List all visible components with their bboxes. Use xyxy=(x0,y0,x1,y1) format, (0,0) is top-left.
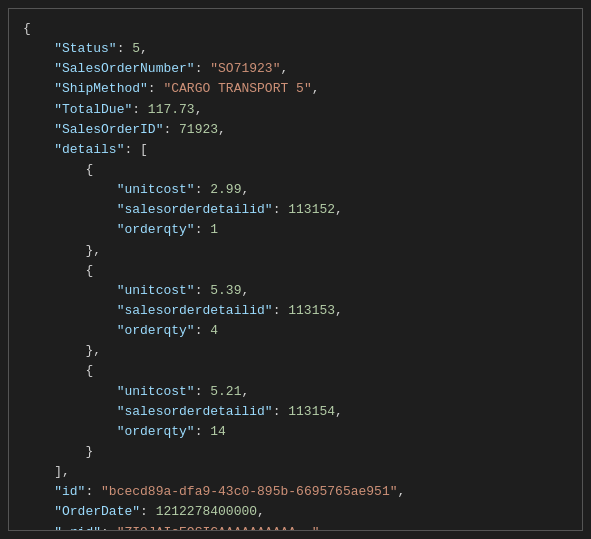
json-punct: : xyxy=(117,41,133,56)
json-punct: , xyxy=(312,81,320,96)
json-punct: : xyxy=(273,303,289,318)
json-line: "SalesOrderNumber": "SO71923", xyxy=(23,59,568,79)
json-line: ], xyxy=(23,462,568,482)
json-punct: , xyxy=(241,283,249,298)
json-punct: , xyxy=(398,484,406,499)
json-punct: : xyxy=(195,222,211,237)
json-key: "OrderDate" xyxy=(54,504,140,519)
json-punct: : xyxy=(195,182,211,197)
json-punct: : xyxy=(195,424,211,439)
json-brace: { xyxy=(23,21,31,36)
json-string-value: "CARGO TRANSPORT 5" xyxy=(163,81,311,96)
json-key: "unitcost" xyxy=(117,283,195,298)
json-punct: : xyxy=(195,283,211,298)
json-key: "unitcost" xyxy=(117,384,195,399)
json-line: { xyxy=(23,261,568,281)
json-line: "orderqty": 14 xyxy=(23,422,568,442)
json-line: } xyxy=(23,442,568,462)
json-line: { xyxy=(23,361,568,381)
json-number-value: 1212278400000 xyxy=(156,504,257,519)
json-line: { xyxy=(23,19,568,39)
json-number-value: 1 xyxy=(210,222,218,237)
json-punct: : xyxy=(273,404,289,419)
json-key: "unitcost" xyxy=(117,182,195,197)
json-punct: , xyxy=(335,404,343,419)
json-key: "orderqty" xyxy=(117,323,195,338)
json-number-value: 4 xyxy=(210,323,218,338)
json-punct: : xyxy=(163,122,179,137)
json-punct: , xyxy=(195,102,203,117)
json-line: "id": "bcecd89a-dfa9-43c0-895b-6695765ae… xyxy=(23,482,568,502)
json-punct: : xyxy=(195,384,211,399)
json-number-value: 2.99 xyxy=(210,182,241,197)
json-viewer[interactable]: { "Status": 5, "SalesOrderNumber": "SO71… xyxy=(8,8,583,531)
json-key: "orderqty" xyxy=(117,424,195,439)
json-key: "Status" xyxy=(54,41,116,56)
json-punct: : xyxy=(195,323,211,338)
json-line: "_rid": "ZI9JAIcEOSICAAAAAAAAAA==", xyxy=(23,523,568,531)
json-number-value: 5.39 xyxy=(210,283,241,298)
json-punct: ], xyxy=(54,464,70,479)
json-key: "salesorderdetailid" xyxy=(117,404,273,419)
json-line: { xyxy=(23,160,568,180)
json-line: "orderqty": 4 xyxy=(23,321,568,341)
json-line: "ShipMethod": "CARGO TRANSPORT 5", xyxy=(23,79,568,99)
json-line: }, xyxy=(23,241,568,261)
json-line: "SalesOrderID": 71923, xyxy=(23,120,568,140)
json-key: "salesorderdetailid" xyxy=(117,202,273,217)
json-line: "OrderDate": 1212278400000, xyxy=(23,502,568,522)
json-punct: , xyxy=(218,122,226,137)
json-punct: , xyxy=(319,525,327,531)
json-line: "details": [ xyxy=(23,140,568,160)
json-string-value: "ZI9JAIcEOSICAAAAAAAAAA==" xyxy=(117,525,320,531)
json-brace: { xyxy=(85,363,93,378)
json-number-value: 113152 xyxy=(288,202,335,217)
json-key: "salesorderdetailid" xyxy=(117,303,273,318)
json-key: "id" xyxy=(54,484,85,499)
json-number-value: 5.21 xyxy=(210,384,241,399)
json-number-value: 5 xyxy=(132,41,140,56)
json-key: "SalesOrderID" xyxy=(54,122,163,137)
json-number-value: 113154 xyxy=(288,404,335,419)
json-key: "details" xyxy=(54,142,124,157)
json-punct: : xyxy=(85,484,101,499)
json-number-value: 117.73 xyxy=(148,102,195,117)
json-line: }, xyxy=(23,341,568,361)
json-key: "ShipMethod" xyxy=(54,81,148,96)
json-brace: { xyxy=(85,162,93,177)
json-line: "unitcost": 5.21, xyxy=(23,382,568,402)
json-punct: : xyxy=(148,81,164,96)
json-line: "orderqty": 1 xyxy=(23,220,568,240)
json-punct: , xyxy=(257,504,265,519)
json-line: "TotalDue": 117.73, xyxy=(23,100,568,120)
json-key: "TotalDue" xyxy=(54,102,132,117)
json-punct: , xyxy=(241,384,249,399)
json-punct: : xyxy=(195,61,211,76)
json-punct: , xyxy=(280,61,288,76)
json-key: "_rid" xyxy=(54,525,101,531)
json-punct: : xyxy=(101,525,117,531)
json-number-value: 14 xyxy=(210,424,226,439)
json-punct: : xyxy=(140,504,156,519)
json-line: "unitcost": 5.39, xyxy=(23,281,568,301)
json-brace: { xyxy=(85,263,93,278)
json-punct: , xyxy=(140,41,148,56)
json-line: "salesorderdetailid": 113152, xyxy=(23,200,568,220)
json-punct: : [ xyxy=(124,142,147,157)
json-line: "unitcost": 2.99, xyxy=(23,180,568,200)
json-punct: , xyxy=(335,202,343,217)
json-punct: : xyxy=(273,202,289,217)
json-punct: , xyxy=(241,182,249,197)
json-key: "orderqty" xyxy=(117,222,195,237)
json-brace: }, xyxy=(85,343,101,358)
json-key: "SalesOrderNumber" xyxy=(54,61,194,76)
json-number-value: 113153 xyxy=(288,303,335,318)
json-string-value: "bcecd89a-dfa9-43c0-895b-6695765ae951" xyxy=(101,484,397,499)
json-string-value: "SO71923" xyxy=(210,61,280,76)
json-line: "Status": 5, xyxy=(23,39,568,59)
json-punct: , xyxy=(335,303,343,318)
json-line: "salesorderdetailid": 113154, xyxy=(23,402,568,422)
json-punct: : xyxy=(132,102,148,117)
json-brace: } xyxy=(85,444,93,459)
json-line: "salesorderdetailid": 113153, xyxy=(23,301,568,321)
